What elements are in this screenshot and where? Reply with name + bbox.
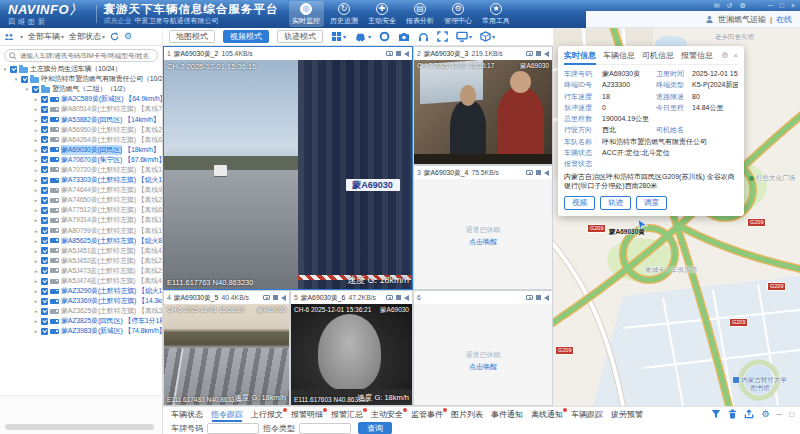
- volume-icon[interactable]: [544, 51, 549, 57]
- status-filter-select[interactable]: 全部状态: [69, 31, 105, 42]
- checkbox-icon[interactable]: [41, 318, 48, 325]
- expand-arrow-icon[interactable]: ▸: [33, 328, 39, 334]
- video-cell-2[interactable]: 2 蒙A69030黄_3 219.1KB/s CH-3 2025-12-01 1…: [413, 46, 553, 165]
- video-cell-4[interactable]: 4 蒙A69030黄_5 40.4KB/s CH-5 2025-12-01 15…: [163, 290, 290, 406]
- tree-row[interactable]: ▸ 蒙A80799黄(土默特左旗) 【离线17天21时】: [0, 226, 162, 236]
- expand-arrow-icon[interactable]: ▸: [33, 288, 39, 294]
- expand-arrow-icon[interactable]: ▸: [33, 228, 39, 234]
- nav-item[interactable]: ✚ 主动安全: [365, 1, 400, 27]
- bottom-tab[interactable]: 报警明细: [291, 408, 323, 421]
- bottom-tab[interactable]: 图片列表: [451, 408, 483, 421]
- tree-settings-icon[interactable]: ⚙: [124, 32, 132, 41]
- nav-item[interactable]: ▤ 报表分析: [403, 1, 438, 27]
- checkbox-icon[interactable]: [41, 257, 48, 264]
- tree-row[interactable]: ▸ 蒙A73303黄(土默特左旗) 【熄火11分1秒】: [0, 175, 162, 185]
- tree-row[interactable]: ▸ 蒙AZ3290黄(土默特左旗) 【熄火18分3秒】: [0, 286, 162, 296]
- panel-close-icon[interactable]: ×: [733, 51, 738, 60]
- snapshot-icon[interactable]: [526, 295, 533, 300]
- checkbox-icon[interactable]: [41, 298, 48, 305]
- filter-icon[interactable]: [711, 409, 721, 419]
- snapshot-icon[interactable]: [386, 295, 393, 300]
- message-icon[interactable]: ✉: [714, 2, 720, 10]
- plate-input[interactable]: [207, 423, 259, 434]
- expand-arrow-icon[interactable]: ▸: [33, 127, 39, 133]
- snapshot-icon[interactable]: [263, 295, 270, 300]
- expand-arrow-icon[interactable]: ▸: [33, 248, 39, 254]
- tree-row[interactable]: ▸ 蒙A80514黄(土默特左旗) 【离线7时10分】: [0, 104, 162, 114]
- close-button[interactable]: ×: [791, 2, 795, 9]
- nav-item[interactable]: ↻ 历史追溯: [327, 1, 362, 27]
- checkbox-icon[interactable]: [41, 116, 48, 123]
- expand-arrow-icon[interactable]: ▸: [33, 207, 39, 213]
- stop-icon[interactable]: [396, 295, 401, 300]
- expand-arrow-icon[interactable]: ▸: [33, 177, 39, 183]
- tree-row[interactable]: ▸ 蒙AZ3983黄(新城区) 【74.8km/h】: [0, 326, 162, 336]
- checkbox-icon[interactable]: [41, 288, 48, 295]
- stop-icon[interactable]: [536, 51, 541, 56]
- bottom-tab[interactable]: 离线通知: [531, 408, 563, 421]
- mode-button[interactable]: 地图模式: [169, 30, 215, 43]
- checkbox-icon[interactable]: [10, 66, 17, 73]
- tree-row[interactable]: ▸ 蒙AZ3825黄(回民区) 【停车1分1秒】: [0, 316, 162, 326]
- query-button[interactable]: 查询: [358, 422, 392, 434]
- bottom-tab[interactable]: 疲劳预警: [611, 408, 643, 421]
- tree-row[interactable]: ▸ 蒙A70720黄(土默特左旗) 【离线1天17时】: [0, 165, 162, 175]
- search-input[interactable]: [20, 52, 153, 59]
- video-cell-6[interactable]: 6 通道已休眠 点击唤醒: [413, 290, 553, 406]
- checkbox-icon[interactable]: [41, 187, 48, 194]
- volume-icon[interactable]: [544, 170, 549, 176]
- expand-arrow-icon[interactable]: ▸: [33, 137, 39, 143]
- checkbox-icon[interactable]: [41, 207, 48, 214]
- expand-arrow-icon[interactable]: ▸: [33, 157, 39, 163]
- info-tab[interactable]: 车辆信息: [603, 50, 635, 61]
- minimize-button[interactable]: ─: [768, 2, 773, 9]
- expand-arrow-icon[interactable]: ▸: [33, 258, 39, 264]
- tree-row[interactable]: ▸ 蒙A74650黄(土默特左旗) 【离线25天5时】: [0, 195, 162, 205]
- expand-arrow-icon[interactable]: ▾: [13, 76, 19, 82]
- tree-row[interactable]: ▸ 蒙AZ3369黄(土默特左旗) 【14.3km/h】: [0, 296, 162, 306]
- export-icon[interactable]: [744, 409, 754, 419]
- expand-arrow-icon[interactable]: ▸: [33, 147, 39, 153]
- volume-icon[interactable]: [404, 295, 409, 301]
- checkbox-icon[interactable]: [41, 278, 48, 285]
- checkbox-icon[interactable]: [41, 237, 48, 244]
- stop-icon[interactable]: [536, 295, 541, 300]
- settings-icon[interactable]: ⚙: [739, 2, 745, 10]
- volume-icon[interactable]: [281, 295, 286, 301]
- checkbox-icon[interactable]: [41, 156, 48, 163]
- expand-arrow-icon[interactable]: ▸: [33, 117, 39, 123]
- expand-arrow-icon[interactable]: ▸: [33, 217, 39, 223]
- vehicle-select-icon[interactable]: ▾: [354, 31, 371, 42]
- fullscreen-icon[interactable]: [437, 31, 448, 42]
- record-icon[interactable]: [379, 31, 390, 42]
- checkbox-icon[interactable]: [21, 76, 28, 83]
- collapse-panel-icon[interactable]: ─: [776, 410, 782, 419]
- panel-action-button[interactable]: 轨迹: [600, 196, 631, 210]
- tree-row[interactable]: ▾ 土左旗分局生活车辆（10/24）: [0, 64, 162, 74]
- expand-arrow-icon[interactable]: ▸: [33, 96, 39, 102]
- command-type-input[interactable]: [299, 423, 351, 434]
- snapshot-camera-icon[interactable]: [398, 32, 410, 42]
- tree-row[interactable]: ▸ 蒙A69030黄(回民区) 【18km/h】: [0, 145, 162, 155]
- tree-row[interactable]: ▸ 蒙A64264黄(土默特左旗) 【离线6时25分】: [0, 135, 162, 145]
- intercom-icon[interactable]: [418, 32, 429, 42]
- bottom-tab[interactable]: 主动安全: [371, 408, 403, 421]
- expand-arrow-icon[interactable]: ▸: [33, 268, 39, 274]
- tree-row[interactable]: ▸ 蒙A77512黄(土默特左旗) 【离线6时31分】: [0, 205, 162, 215]
- bottom-tab[interactable]: 上行报文: [251, 408, 283, 421]
- checkbox-icon[interactable]: [41, 146, 48, 153]
- checkbox-icon[interactable]: [41, 96, 48, 103]
- checkbox-icon[interactable]: [41, 177, 48, 184]
- checkbox-icon[interactable]: [41, 106, 48, 113]
- layout-grid-icon[interactable]: ▾: [331, 31, 346, 42]
- maximize-button[interactable]: □: [780, 2, 784, 9]
- volume-icon[interactable]: [544, 295, 549, 301]
- checkbox-icon[interactable]: [41, 227, 48, 234]
- expand-arrow-icon[interactable]: ▸: [33, 167, 39, 173]
- vehicle-filter-select[interactable]: 全部车辆: [28, 31, 64, 42]
- panel-action-button[interactable]: 调度: [636, 196, 667, 210]
- mode-button[interactable]: 轨迹模式: [277, 30, 323, 43]
- bottom-tab[interactable]: 事件通知: [491, 408, 523, 421]
- mode-button[interactable]: 视频模式: [223, 30, 269, 43]
- stop-icon[interactable]: [396, 51, 401, 56]
